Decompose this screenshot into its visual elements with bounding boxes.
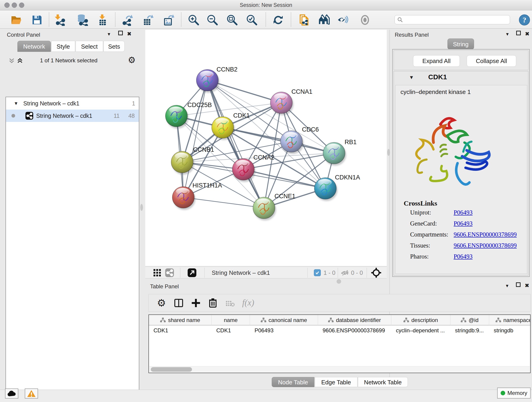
import-table-from-file-button[interactable]: [96, 13, 109, 27]
import-network-from-file-button[interactable]: [53, 13, 67, 27]
zoom-selected-button[interactable]: [245, 13, 259, 27]
zoom-fit-button[interactable]: [225, 13, 239, 27]
table-cell[interactable]: cyclin–dependent ...: [391, 326, 450, 335]
cloud-icon: [7, 390, 16, 397]
collapse-all-button[interactable]: Collapse All: [467, 55, 516, 67]
panel-menu-icon[interactable]: ▾: [506, 283, 508, 289]
cloud-button[interactable]: [5, 389, 18, 399]
results-content: Expand All Collapse All ▼ CDK1 cyclin–de…: [392, 49, 530, 277]
selected-checkbox[interactable]: [314, 269, 321, 276]
node-label-CCNE1: CCNE1: [274, 193, 296, 200]
help-button[interactable]: ?: [518, 13, 531, 27]
tab-node-table[interactable]: Node Table: [272, 377, 314, 387]
tree-expander-icon[interactable]: ▼: [14, 101, 18, 106]
node-label-CDC6: CDC6: [302, 126, 319, 133]
column-header-database-identifier[interactable]: database identifier: [318, 315, 391, 325]
tab-sets[interactable]: Sets: [104, 41, 125, 52]
left-splitter-handle[interactable]: [140, 204, 143, 211]
table-cell[interactable]: P06493: [250, 326, 318, 335]
crosslink-label: Tissues:: [410, 242, 430, 249]
network-edge-CCNB2-RB1[interactable]: [207, 80, 334, 153]
table-cell[interactable]: CDK1: [149, 326, 212, 335]
network-edge-CCNA2-CDKN1A[interactable]: [243, 169, 325, 188]
memory-button[interactable]: Memory: [497, 388, 531, 399]
close-panel-icon[interactable]: ✖: [525, 282, 529, 289]
column-header-canonical-name[interactable]: canonical name: [250, 315, 318, 325]
column-header-name[interactable]: name: [212, 315, 250, 325]
crosslink-value-link[interactable]: P06493: [454, 253, 473, 260]
warnings-button[interactable]: [25, 389, 38, 399]
panel-menu-icon[interactable]: ▾: [506, 31, 509, 37]
column-header--id[interactable]: @id: [450, 315, 489, 325]
horizontal-scrollbar[interactable]: [149, 366, 530, 372]
delete-column-icon[interactable]: [209, 298, 217, 307]
zoom-in-button[interactable]: [187, 13, 200, 27]
crosslink-value-link[interactable]: P06493: [454, 220, 473, 227]
close-panel-icon[interactable]: ✖: [127, 31, 132, 37]
node-table: shared namenamecanonical namedatabase id…: [148, 314, 531, 373]
zoom-out-button[interactable]: [206, 13, 219, 27]
export-image-button[interactable]: [162, 13, 175, 27]
function-builder-icon-disabled: f(x): [242, 298, 254, 307]
tab-select[interactable]: Select: [76, 41, 103, 52]
expand-all-icon[interactable]: [17, 58, 23, 64]
tab-network-table[interactable]: Network Table: [358, 377, 408, 387]
hide-selected-button[interactable]: [336, 13, 350, 27]
edge-count: 48: [128, 113, 135, 119]
table-cell[interactable]: 9606.ENSP00000378699: [318, 326, 391, 335]
scrollbar-thumb[interactable]: [151, 367, 192, 372]
export-network-button[interactable]: [121, 13, 134, 27]
toolbar-separator: [115, 12, 115, 27]
panel-menu-icon[interactable]: ▾: [108, 31, 110, 37]
toolbar-search: [394, 15, 510, 24]
table-row[interactable]: CDK1CDK1P064939606.ENSP00000378699cyclin…: [149, 326, 531, 335]
tab-edge-table[interactable]: Edge Table: [315, 377, 357, 387]
column-header-description[interactable]: description: [391, 315, 450, 325]
import-network-from-database-button[interactable]: [76, 13, 89, 27]
search-input[interactable]: [403, 17, 504, 23]
expand-all-button[interactable]: Expand All: [413, 55, 460, 67]
network-node-RB1[interactable]: RB1: [323, 139, 357, 164]
open-session-button[interactable]: [10, 13, 23, 27]
apply-layout-button[interactable]: [272, 13, 285, 27]
column-header-namespace[interactable]: namespace: [489, 315, 531, 325]
detach-view-icon[interactable]: [187, 268, 196, 277]
save-session-button[interactable]: [30, 13, 44, 27]
network-options-gear-icon[interactable]: ⚙: [128, 55, 136, 65]
tab-network[interactable]: Network: [17, 41, 51, 52]
table-settings-gear-icon[interactable]: ⚙: [157, 297, 166, 309]
float-panel-icon[interactable]: [516, 31, 521, 35]
toolbar-separator: [180, 268, 180, 278]
network-edge-CCNB2-HIST1H1A[interactable]: [183, 80, 207, 197]
network-node-HIST1H1A[interactable]: HIST1H1A: [172, 182, 222, 208]
tab-style[interactable]: Style: [51, 41, 75, 52]
show-columns-icon[interactable]: [174, 299, 183, 307]
crosslink-value-link[interactable]: 9606.ENSP00000378699: [454, 242, 517, 249]
export-table-button[interactable]: [141, 13, 155, 27]
table-toolbar: ⚙ f(x): [148, 294, 531, 312]
table-cell[interactable]: stringdb:9...: [450, 326, 489, 335]
float-panel-icon[interactable]: [516, 282, 520, 287]
birds-eye-view-icon[interactable]: [371, 268, 381, 278]
section-collapse-icon[interactable]: ▼: [409, 75, 414, 80]
crosslink-value-link[interactable]: P06493: [454, 209, 473, 216]
toolbar-separator: [181, 12, 181, 27]
grid-view-icon[interactable]: [153, 269, 161, 276]
graphics-details-button[interactable]: [317, 13, 331, 27]
close-panel-icon[interactable]: ✖: [525, 31, 530, 37]
network-node-CDKN1A[interactable]: CDKN1A: [314, 174, 360, 199]
collapse-all-icon[interactable]: [9, 58, 15, 64]
create-column-icon[interactable]: [191, 298, 201, 307]
show-all-button[interactable]: [358, 13, 372, 27]
network-canvas[interactable]: CCNB2CCNA1CDC25BCDK1CDC6RB1CCNB1CCNA2CDK…: [145, 30, 387, 266]
duplicate-network-button[interactable]: [298, 13, 311, 27]
column-header-shared-name[interactable]: shared name: [149, 315, 212, 325]
table-cell[interactable]: CDK1: [212, 326, 250, 335]
crosslink-value-link[interactable]: 9606.ENSP00000378699: [454, 231, 517, 238]
network-collection-row[interactable]: ▼ String Network – cdk1 1: [6, 97, 139, 109]
string-view-icon[interactable]: [165, 268, 174, 277]
float-panel-icon[interactable]: [118, 31, 123, 35]
tab-string[interactable]: String: [447, 38, 474, 50]
network-row-selected[interactable]: String Network – cdk1 11 48: [6, 109, 139, 122]
table-cell[interactable]: stringdb: [489, 326, 531, 335]
